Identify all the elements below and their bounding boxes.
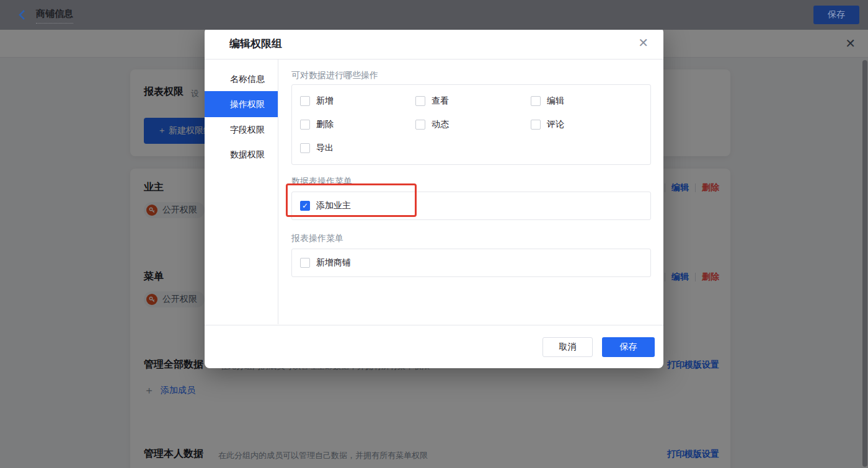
checkbox-item[interactable]: 评论: [531, 119, 642, 130]
modal-content: 可对数据进行哪些操作 新增 查看 编辑 删除: [278, 60, 663, 324]
checkbox-item[interactable]: 新增商铺: [300, 257, 351, 268]
navbar-save-button[interactable]: 保存: [813, 6, 859, 24]
checkbox-unchecked[interactable]: [300, 96, 310, 106]
checkbox-unchecked[interactable]: [415, 96, 425, 106]
table-menu-box: 添加业主: [291, 192, 651, 220]
modal-footer: 取消 保存: [205, 325, 663, 368]
ops-checkbox-group: 新增 查看 编辑 删除 动态: [291, 84, 651, 165]
top-navbar: 商铺信息 保存: [0, 0, 868, 30]
tab-operation-permission[interactable]: 操作权限: [205, 91, 278, 117]
checkbox-unchecked[interactable]: [415, 120, 425, 130]
report-menu-box: 新增商铺: [291, 249, 651, 277]
modal-sidebar: 名称信息 操作权限 字段权限 数据权限: [205, 60, 278, 324]
checkbox-item[interactable]: 查看: [415, 95, 531, 107]
edit-permission-group-modal: 编辑权限组 ✕ 名称信息 操作权限 字段权限 数据权限 可对数据进行哪些操作 新…: [205, 27, 663, 368]
checkbox-unchecked[interactable]: [531, 120, 541, 130]
tab-data-permission[interactable]: 数据权限: [205, 142, 278, 167]
modal-header: 编辑权限组 ✕: [205, 27, 663, 60]
report-menu-section-label: 报表操作菜单: [291, 233, 651, 243]
tab-field-permission[interactable]: 字段权限: [205, 117, 278, 142]
checkbox-item[interactable]: 导出: [300, 143, 415, 154]
checkbox-item[interactable]: 动态: [415, 119, 531, 130]
modal-close-icon[interactable]: ✕: [638, 35, 649, 50]
checkbox-item[interactable]: 添加业主: [300, 200, 351, 211]
ops-section-label: 可对数据进行哪些操作: [291, 70, 651, 80]
checkbox-item[interactable]: 新增: [300, 95, 415, 107]
checkbox-unchecked[interactable]: [300, 143, 310, 153]
save-button[interactable]: 保存: [602, 337, 655, 357]
back-icon[interactable]: [16, 9, 29, 21]
cancel-button[interactable]: 取消: [542, 337, 593, 357]
checkbox-unchecked[interactable]: [300, 258, 310, 268]
checkbox-unchecked[interactable]: [531, 96, 541, 106]
tab-name-info[interactable]: 名称信息: [205, 66, 278, 91]
checkbox-unchecked[interactable]: [300, 120, 310, 130]
table-menu-section-label: 数据表操作菜单: [291, 176, 651, 186]
checkbox-checked[interactable]: [300, 201, 310, 211]
checkbox-item[interactable]: 编辑: [531, 95, 642, 107]
checkbox-item[interactable]: 删除: [300, 119, 415, 130]
modal-title: 编辑权限组: [229, 37, 282, 51]
form-title[interactable]: 商铺信息: [36, 8, 73, 24]
modal-body: 名称信息 操作权限 字段权限 数据权限 可对数据进行哪些操作 新增 查看 编辑: [205, 60, 663, 324]
